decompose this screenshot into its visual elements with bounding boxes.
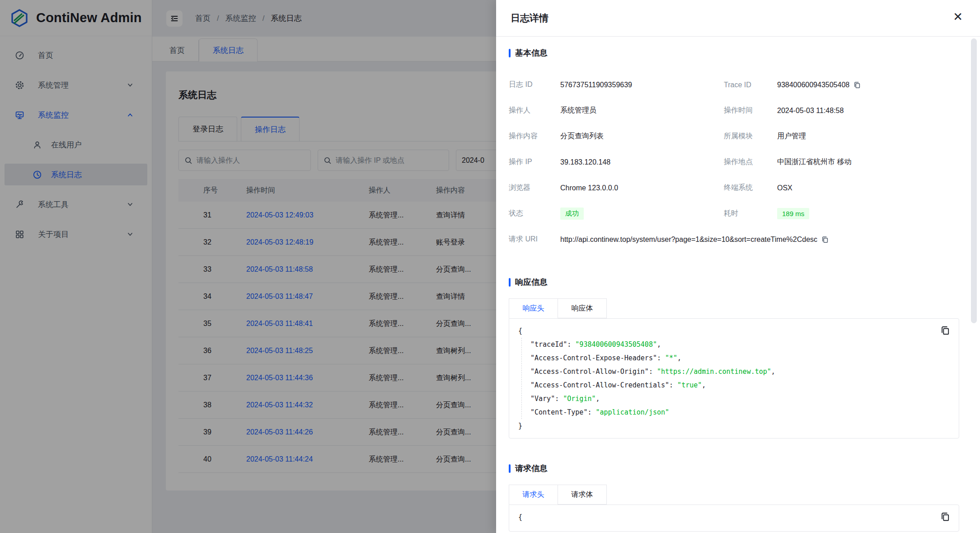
section-title-text: 请求信息 xyxy=(515,463,548,474)
field-row: 状态 成功 耗时 189 ms xyxy=(509,201,959,226)
field-row: 日志 ID 576737511909359639 Trace ID 938400… xyxy=(509,72,959,98)
status-badge: 成功 xyxy=(560,208,584,220)
field-label: 耗时 xyxy=(724,209,777,218)
field-row: 浏览器 Chrome 123.0.0.0 终端系统 OSX xyxy=(509,175,959,201)
field-label: 操作 IP xyxy=(509,157,560,167)
response-tabs: 响应头 响应体 xyxy=(509,298,959,318)
field-row: 操作 IP 39.183.120.148 操作地点 中国浙江省杭州市 移动 xyxy=(509,149,959,175)
elapsed-badge: 189 ms xyxy=(777,208,809,219)
section-accent-bar xyxy=(509,49,511,57)
field-value-location: 中国浙江省杭州市 移动 xyxy=(777,157,851,167)
field-label: 操作内容 xyxy=(509,132,560,141)
field-value-request-uri: http://api.continew.top/system/user?page… xyxy=(560,236,817,244)
copy-icon[interactable] xyxy=(821,236,829,244)
field-label: 请求 URI xyxy=(509,235,560,244)
section-title-text: 响应信息 xyxy=(515,277,548,288)
tab-response-headers[interactable]: 响应头 xyxy=(509,298,558,318)
code-line: "Access-Control-Expose-Headers": "*", xyxy=(530,351,950,365)
code-line: "Access-Control-Allow-Origin": "https://… xyxy=(530,365,950,378)
field-value-operator: 系统管理员 xyxy=(560,106,596,115)
field-label: 浏览器 xyxy=(509,183,560,193)
field-label: 操作时间 xyxy=(724,106,777,115)
tab-response-body[interactable]: 响应体 xyxy=(558,298,607,318)
code-line: "Vary": "Origin", xyxy=(530,392,950,406)
section-request-info: 请求信息 xyxy=(509,463,959,474)
code-line: "Content-Type": "application/json" xyxy=(530,406,950,419)
copy-icon[interactable] xyxy=(853,81,861,89)
request-headers-code: { xyxy=(509,505,959,532)
section-accent-bar xyxy=(509,464,511,473)
tab-request-headers[interactable]: 请求头 xyxy=(509,485,558,505)
copy-icon[interactable] xyxy=(940,511,951,522)
drawer-header: 日志详情 ✕ xyxy=(496,0,980,37)
drawer-body: 基本信息 日志 ID 576737511909359639 Trace ID 9… xyxy=(496,37,980,533)
field-label: 状态 xyxy=(509,209,560,218)
copy-icon[interactable] xyxy=(940,325,951,336)
drawer-title: 日志详情 xyxy=(511,12,549,24)
code-line: } xyxy=(518,419,950,433)
field-label: 所属模块 xyxy=(724,132,777,141)
section-response-info: 响应信息 xyxy=(509,277,959,288)
code-indent-block: "traceId": "938400600943505408", "Access… xyxy=(521,338,950,419)
section-title-text: 基本信息 xyxy=(515,47,548,58)
section-basic-info: 基本信息 xyxy=(509,47,959,58)
field-label: 日志 ID xyxy=(509,80,560,90)
field-row: 请求 URI http://api.continew.top/system/us… xyxy=(509,226,959,252)
log-detail-drawer: 日志详情 ✕ 基本信息 日志 ID 576737511909359639 Tra… xyxy=(496,0,980,533)
field-row: 操作内容 分页查询列表 所属模块 用户管理 xyxy=(509,123,959,149)
field-value-ip: 39.183.120.148 xyxy=(560,158,610,166)
field-value-operation-time: 2024-05-03 11:48:58 xyxy=(777,107,844,115)
drawer-mask[interactable] xyxy=(0,0,496,533)
field-label: Trace ID xyxy=(724,81,777,89)
tab-request-body[interactable]: 请求体 xyxy=(558,485,607,505)
drawer-scrollbar[interactable] xyxy=(971,38,977,323)
field-value-module: 用户管理 xyxy=(777,132,806,141)
code-line: { xyxy=(518,324,950,338)
field-value-browser: Chrome 123.0.0.0 xyxy=(560,184,618,192)
field-value-os: OSX xyxy=(777,184,792,192)
section-accent-bar xyxy=(509,278,511,287)
request-tabs: 请求头 请求体 xyxy=(509,485,959,505)
code-line: { xyxy=(518,510,950,524)
field-label: 终端系统 xyxy=(724,183,777,193)
close-icon[interactable]: ✕ xyxy=(953,11,963,23)
code-line: "Access-Control-Allow-Credentials": "tru… xyxy=(530,378,950,392)
field-value-operation-content: 分页查询列表 xyxy=(560,132,604,141)
field-value-trace-id: 938400600943505408 xyxy=(777,81,849,89)
code-line: "traceId": "938400600943505408", xyxy=(530,338,950,351)
response-headers-code: { "traceId": "938400600943505408", "Acce… xyxy=(509,318,959,439)
field-label: 操作人 xyxy=(509,106,560,115)
field-row: 操作人 系统管理员 操作时间 2024-05-03 11:48:58 xyxy=(509,98,959,123)
field-label: 操作地点 xyxy=(724,157,777,167)
field-value-log-id: 576737511909359639 xyxy=(560,81,632,89)
